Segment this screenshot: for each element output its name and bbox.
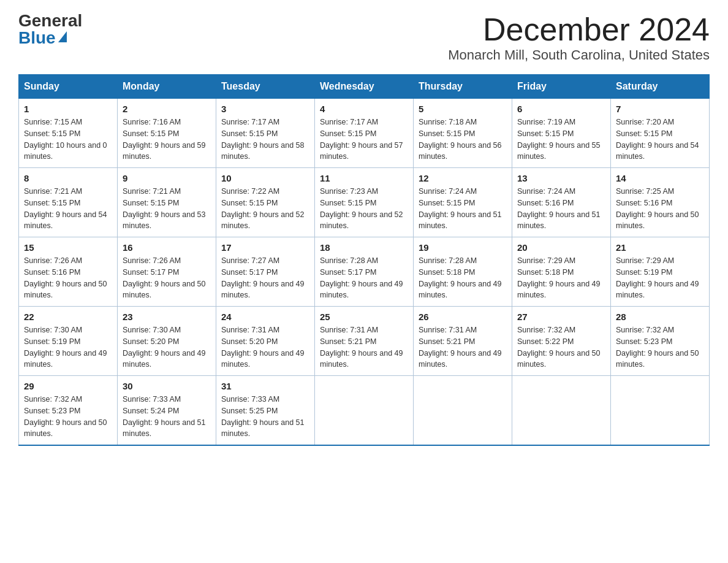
day-number: 22: [24, 312, 112, 322]
day-info: Sunrise: 7:17 AMSunset: 5:15 PMDaylight:…: [320, 117, 408, 163]
day-info: Sunrise: 7:25 AMSunset: 5:16 PMDaylight:…: [616, 186, 704, 232]
day-number: 9: [123, 173, 211, 183]
calendar-day-cell: 4Sunrise: 7:17 AMSunset: 5:15 PMDaylight…: [315, 99, 414, 168]
day-info: Sunrise: 7:29 AMSunset: 5:18 PMDaylight:…: [517, 255, 605, 301]
day-number: 21: [616, 242, 704, 253]
calendar-day-cell: 28Sunrise: 7:32 AMSunset: 5:23 PMDayligh…: [611, 307, 710, 376]
day-number: 6: [517, 104, 605, 114]
calendar-day-cell: 16Sunrise: 7:26 AMSunset: 5:17 PMDayligh…: [118, 237, 216, 307]
calendar-day-cell: 7Sunrise: 7:20 AMSunset: 5:15 PMDaylight…: [611, 99, 710, 168]
day-info: Sunrise: 7:18 AMSunset: 5:15 PMDaylight:…: [419, 117, 507, 163]
day-info: Sunrise: 7:32 AMSunset: 5:22 PMDaylight:…: [517, 324, 605, 370]
day-info: Sunrise: 7:30 AMSunset: 5:20 PMDaylight:…: [123, 324, 211, 370]
day-info: Sunrise: 7:29 AMSunset: 5:19 PMDaylight:…: [616, 255, 704, 301]
calendar-day-cell: [512, 376, 611, 446]
day-info: Sunrise: 7:27 AMSunset: 5:17 PMDaylight:…: [221, 255, 309, 301]
calendar-day-cell: 10Sunrise: 7:22 AMSunset: 5:15 PMDayligh…: [216, 168, 315, 237]
day-number: 26: [419, 312, 507, 322]
title-area: December 2024 Monarch Mill, South Caroli…: [448, 12, 710, 63]
day-number: 2: [123, 104, 211, 114]
day-number: 18: [320, 242, 408, 253]
day-number: 12: [419, 173, 507, 183]
calendar-week-row: 15Sunrise: 7:26 AMSunset: 5:16 PMDayligh…: [19, 237, 710, 307]
month-title: December 2024: [448, 12, 710, 47]
calendar-header-row: SundayMondayTuesdayWednesdayThursdayFrid…: [19, 75, 710, 99]
calendar-day-cell: 24Sunrise: 7:31 AMSunset: 5:20 PMDayligh…: [216, 307, 315, 376]
location-title: Monarch Mill, South Carolina, United Sta…: [448, 47, 710, 63]
calendar-day-cell: 21Sunrise: 7:29 AMSunset: 5:19 PMDayligh…: [611, 237, 710, 307]
day-info: Sunrise: 7:26 AMSunset: 5:17 PMDaylight:…: [123, 255, 211, 301]
calendar-day-header: Saturday: [611, 75, 710, 99]
calendar-day-cell: 1Sunrise: 7:15 AMSunset: 5:15 PMDaylight…: [19, 99, 118, 168]
day-info: Sunrise: 7:31 AMSunset: 5:21 PMDaylight:…: [320, 324, 408, 370]
calendar-week-row: 8Sunrise: 7:21 AMSunset: 5:15 PMDaylight…: [19, 168, 710, 237]
day-info: Sunrise: 7:33 AMSunset: 5:24 PMDaylight:…: [123, 394, 211, 440]
day-number: 14: [616, 173, 704, 183]
calendar-week-row: 29Sunrise: 7:32 AMSunset: 5:23 PMDayligh…: [19, 376, 710, 446]
day-number: 5: [419, 104, 507, 114]
day-number: 23: [123, 312, 211, 322]
calendar-day-header: Monday: [118, 75, 216, 99]
calendar-day-header: Tuesday: [216, 75, 315, 99]
day-number: 10: [221, 173, 309, 183]
calendar-day-cell: 19Sunrise: 7:28 AMSunset: 5:18 PMDayligh…: [414, 237, 512, 307]
calendar-day-cell: 29Sunrise: 7:32 AMSunset: 5:23 PMDayligh…: [19, 376, 118, 446]
calendar-day-cell: 8Sunrise: 7:21 AMSunset: 5:15 PMDaylight…: [19, 168, 118, 237]
calendar-day-cell: 30Sunrise: 7:33 AMSunset: 5:24 PMDayligh…: [118, 376, 216, 446]
day-number: 7: [616, 104, 704, 114]
calendar-day-cell: [611, 376, 710, 446]
day-info: Sunrise: 7:28 AMSunset: 5:18 PMDaylight:…: [419, 255, 507, 301]
day-number: 11: [320, 173, 408, 183]
day-number: 8: [24, 173, 112, 183]
calendar-day-cell: 9Sunrise: 7:21 AMSunset: 5:15 PMDaylight…: [118, 168, 216, 237]
calendar-day-cell: 3Sunrise: 7:17 AMSunset: 5:15 PMDaylight…: [216, 99, 315, 168]
day-number: 15: [24, 242, 112, 253]
day-number: 20: [517, 242, 605, 253]
calendar-day-cell: 5Sunrise: 7:18 AMSunset: 5:15 PMDaylight…: [414, 99, 512, 168]
day-number: 3: [221, 104, 309, 114]
day-number: 24: [221, 312, 309, 322]
logo-general-text: General: [18, 12, 82, 29]
day-info: Sunrise: 7:32 AMSunset: 5:23 PMDaylight:…: [616, 324, 704, 370]
calendar-day-cell: 23Sunrise: 7:30 AMSunset: 5:20 PMDayligh…: [118, 307, 216, 376]
calendar-day-header: Sunday: [19, 75, 118, 99]
calendar-day-cell: 22Sunrise: 7:30 AMSunset: 5:19 PMDayligh…: [19, 307, 118, 376]
calendar-day-header: Wednesday: [315, 75, 414, 99]
day-info: Sunrise: 7:24 AMSunset: 5:16 PMDaylight:…: [517, 186, 605, 232]
calendar-day-cell: 27Sunrise: 7:32 AMSunset: 5:22 PMDayligh…: [512, 307, 611, 376]
calendar-day-cell: 11Sunrise: 7:23 AMSunset: 5:15 PMDayligh…: [315, 168, 414, 237]
calendar-day-cell: 20Sunrise: 7:29 AMSunset: 5:18 PMDayligh…: [512, 237, 611, 307]
logo-blue-text: Blue: [18, 29, 67, 47]
day-info: Sunrise: 7:24 AMSunset: 5:15 PMDaylight:…: [419, 186, 507, 232]
calendar-day-cell: [414, 376, 512, 446]
day-number: 19: [419, 242, 507, 253]
day-info: Sunrise: 7:15 AMSunset: 5:15 PMDaylight:…: [24, 117, 112, 163]
calendar-day-cell: 2Sunrise: 7:16 AMSunset: 5:15 PMDaylight…: [118, 99, 216, 168]
day-info: Sunrise: 7:17 AMSunset: 5:15 PMDaylight:…: [221, 117, 309, 163]
day-number: 17: [221, 242, 309, 253]
day-info: Sunrise: 7:22 AMSunset: 5:15 PMDaylight:…: [221, 186, 309, 232]
day-info: Sunrise: 7:19 AMSunset: 5:15 PMDaylight:…: [517, 117, 605, 163]
calendar-week-row: 1Sunrise: 7:15 AMSunset: 5:15 PMDaylight…: [19, 99, 710, 168]
day-info: Sunrise: 7:28 AMSunset: 5:17 PMDaylight:…: [320, 255, 408, 301]
day-info: Sunrise: 7:26 AMSunset: 5:16 PMDaylight:…: [24, 255, 112, 301]
day-number: 16: [123, 242, 211, 253]
calendar-day-cell: 14Sunrise: 7:25 AMSunset: 5:16 PMDayligh…: [611, 168, 710, 237]
day-number: 1: [24, 104, 112, 114]
calendar-table: SundayMondayTuesdayWednesdayThursdayFrid…: [18, 74, 710, 446]
day-info: Sunrise: 7:16 AMSunset: 5:15 PMDaylight:…: [123, 117, 211, 163]
calendar-day-cell: 25Sunrise: 7:31 AMSunset: 5:21 PMDayligh…: [315, 307, 414, 376]
calendar-day-cell: 12Sunrise: 7:24 AMSunset: 5:15 PMDayligh…: [414, 168, 512, 237]
day-info: Sunrise: 7:21 AMSunset: 5:15 PMDaylight:…: [24, 186, 112, 232]
day-number: 28: [616, 312, 704, 322]
day-info: Sunrise: 7:23 AMSunset: 5:15 PMDaylight:…: [320, 186, 408, 232]
day-number: 25: [320, 312, 408, 322]
calendar-day-cell: 18Sunrise: 7:28 AMSunset: 5:17 PMDayligh…: [315, 237, 414, 307]
day-number: 31: [221, 381, 309, 391]
calendar-day-cell: 26Sunrise: 7:31 AMSunset: 5:21 PMDayligh…: [414, 307, 512, 376]
day-info: Sunrise: 7:33 AMSunset: 5:25 PMDaylight:…: [221, 394, 309, 440]
day-info: Sunrise: 7:30 AMSunset: 5:19 PMDaylight:…: [24, 324, 112, 370]
calendar-day-header: Thursday: [414, 75, 512, 99]
day-info: Sunrise: 7:31 AMSunset: 5:20 PMDaylight:…: [221, 324, 309, 370]
calendar-day-header: Friday: [512, 75, 611, 99]
